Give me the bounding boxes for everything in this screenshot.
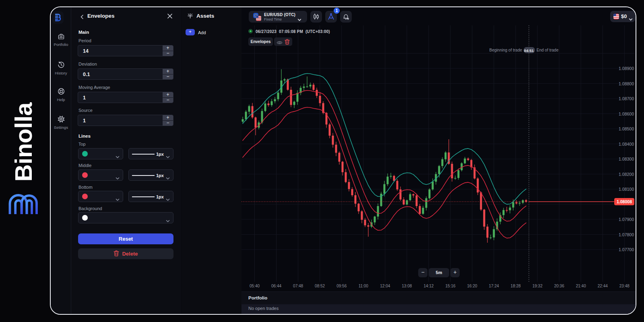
svg-text:11:00: 11:00: [359, 284, 369, 288]
svg-text:08:52: 08:52: [315, 284, 325, 288]
svg-text:14:12: 14:12: [423, 284, 433, 288]
svg-text:18:28: 18:28: [511, 284, 521, 288]
svg-text:09:56: 09:56: [336, 284, 347, 288]
svg-text:20:36: 20:36: [554, 284, 564, 288]
svg-text:07:48: 07:48: [293, 284, 303, 288]
svg-text:End of trade: End of trade: [537, 48, 559, 52]
svg-text:Beginning of trade: Beginning of trade: [489, 48, 522, 52]
svg-text:23:48: 23:48: [619, 284, 630, 288]
svg-text:1.08600: 1.08600: [619, 111, 634, 116]
svg-text:1.08900: 1.08900: [619, 66, 634, 71]
svg-text:15:16: 15:16: [445, 284, 455, 288]
svg-text:1.08700: 1.08700: [619, 96, 634, 101]
svg-text:05:40: 05:40: [250, 284, 260, 288]
svg-text:1.08200: 1.08200: [619, 172, 634, 177]
svg-text:17:24: 17:24: [489, 284, 499, 288]
svg-text:13:08: 13:08: [402, 284, 412, 288]
svg-text:1.08100: 1.08100: [619, 187, 634, 192]
svg-text:21:40: 21:40: [576, 284, 586, 288]
svg-text:12:04: 12:04: [380, 284, 390, 288]
svg-text:1.08008: 1.08008: [617, 199, 632, 204]
svg-text:1.07800: 1.07800: [619, 232, 634, 237]
svg-text:04:51: 04:51: [524, 48, 534, 53]
svg-text:1.07700: 1.07700: [619, 247, 634, 252]
svg-text:1.07900: 1.07900: [619, 217, 634, 222]
svg-text:1.08400: 1.08400: [619, 142, 634, 147]
svg-text:16:20: 16:20: [467, 284, 477, 288]
svg-text:1.08500: 1.08500: [619, 126, 634, 131]
svg-text:22:44: 22:44: [598, 284, 608, 288]
svg-text:1.08800: 1.08800: [619, 81, 634, 86]
svg-text:1.08300: 1.08300: [619, 157, 634, 161]
svg-text:19:32: 19:32: [533, 284, 543, 288]
svg-text:06:44: 06:44: [271, 284, 281, 288]
